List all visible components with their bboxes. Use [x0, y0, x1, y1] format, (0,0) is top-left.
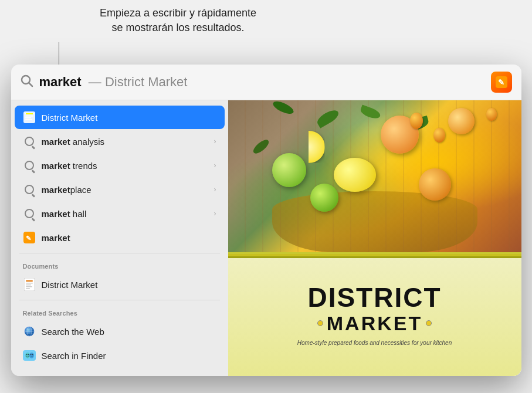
finder-icon: [23, 349, 36, 362]
lime-1: [272, 153, 306, 187]
bullet-right: [426, 320, 432, 326]
spotlight-panel: market — District Market ✎: [11, 65, 521, 376]
svg-line-1: [29, 83, 32, 86]
result-market-hall[interactable]: market hall ›: [15, 202, 225, 225]
svg-rect-6: [25, 116, 33, 117]
svg-rect-13: [26, 283, 33, 284]
lemon-1: [334, 158, 376, 192]
content-area: District Market market analysis ›: [11, 100, 521, 376]
search-text[interactable]: market — District Market: [39, 74, 491, 90]
svg-rect-12: [26, 280, 33, 282]
search-result-icon-4: [23, 207, 36, 220]
search-result-icon-3: [23, 183, 36, 196]
search-result-icon-1: [23, 135, 36, 148]
doc-title-market-row: MARKET: [317, 312, 432, 335]
search-result-icon-2: [23, 159, 36, 172]
search-query: market: [39, 74, 82, 89]
result-marketplace[interactable]: marketplace ›: [15, 178, 225, 201]
left-panel: District Market market analysis ›: [11, 100, 228, 376]
svg-point-28: [32, 354, 33, 355]
result-district-market[interactable]: District Market: [15, 106, 225, 129]
lime-2: [310, 184, 338, 212]
result-label-market: market: [42, 233, 216, 243]
svg-point-26: [29, 353, 34, 358]
preview-image: DISTRICT MARKET Home-style prepared food…: [228, 100, 521, 376]
svg-point-27: [30, 354, 31, 355]
orange-3: [448, 108, 475, 134]
doc-preview-area: DISTRICT MARKET Home-style prepared food…: [228, 252, 521, 377]
search-suffix: — District Market: [89, 74, 188, 89]
doc-subtitle: Home-style prepared foods and necessitie…: [297, 340, 452, 346]
bullet-left: [317, 320, 323, 326]
search-magnifier-icon: [21, 74, 33, 90]
svg-point-25: [28, 354, 29, 355]
chevron-icon-4: ›: [214, 209, 216, 218]
result-label-marketplace: marketplace: [42, 185, 214, 195]
result-label-market-trends: market trends: [42, 161, 214, 171]
pages-result-icon: [23, 111, 36, 124]
leaf-5: [251, 138, 271, 156]
result-label-search-finder: Search in Finder: [42, 351, 216, 361]
pages-small-result-icon: ✎: [23, 231, 36, 244]
svg-point-24: [26, 354, 27, 355]
svg-rect-5: [25, 113, 33, 114]
svg-text:✎: ✎: [26, 235, 31, 242]
kumquat-3: [486, 108, 497, 121]
result-doc-district-market[interactable]: District Market: [15, 273, 225, 296]
doc-title-market: MARKET: [327, 312, 422, 335]
chevron-icon-3: ›: [214, 185, 216, 194]
result-market-pages[interactable]: ✎ market: [15, 226, 225, 249]
divider-2: [19, 300, 220, 300]
search-bar: market — District Market ✎: [11, 65, 521, 100]
result-search-finder[interactable]: Search in Finder: [15, 344, 225, 367]
leaf-1: [315, 107, 341, 128]
svg-rect-16: [26, 288, 30, 289]
doc-title-district: DISTRICT: [307, 284, 441, 311]
svg-text:✎: ✎: [498, 78, 504, 87]
documents-section-header: Documents: [11, 257, 228, 272]
svg-rect-14: [26, 284, 31, 286]
preview-panel: DISTRICT MARKET Home-style prepared food…: [228, 100, 521, 376]
tooltip: Empieza a escribir y rápidamente se most…: [100, 6, 256, 35]
tooltip-line1: Empieza a escribir y rápidamente: [100, 7, 256, 19]
globe-icon: [23, 325, 36, 338]
kumquat-1: [410, 113, 423, 129]
result-label-doc-district-market: District Market: [42, 280, 216, 290]
leaf-4: [271, 100, 295, 116]
result-label-search-web: Search the Web: [42, 327, 216, 337]
svg-rect-7: [25, 117, 31, 118]
kumquat-2: [433, 128, 445, 143]
svg-rect-8: [25, 119, 32, 120]
basket: [272, 191, 477, 252]
chevron-icon-2: ›: [214, 161, 216, 170]
result-label-district-market: District Market: [42, 113, 216, 123]
tooltip-line2: se mostrarán los resultados.: [112, 22, 245, 33]
pages-app-icon[interactable]: ✎: [491, 72, 512, 93]
svg-rect-15: [26, 286, 32, 287]
fruit-photo: [228, 100, 521, 252]
chevron-icon-1: ›: [214, 137, 216, 145]
orange-2: [419, 168, 451, 201]
leaf-2: [359, 104, 381, 120]
doc-result-icon: [23, 278, 36, 291]
result-market-trends[interactable]: market trends ›: [15, 154, 225, 177]
result-market-analysis[interactable]: market analysis ›: [15, 130, 225, 153]
divider-1: [19, 253, 220, 253]
result-search-web[interactable]: Search the Web: [15, 320, 225, 343]
related-searches-header: Related Searches: [11, 304, 228, 319]
result-label-market-hall: market hall: [42, 209, 214, 219]
border-top-2: [228, 256, 521, 258]
result-label-market-analysis: market analysis: [42, 137, 214, 147]
